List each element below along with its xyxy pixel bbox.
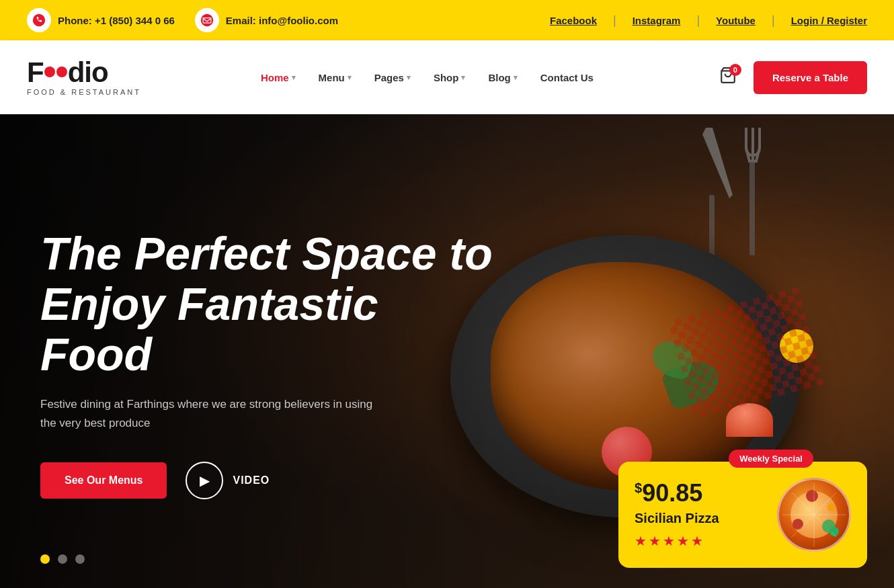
chevron-down-icon: ▾ bbox=[514, 73, 518, 82]
divider3: | bbox=[772, 13, 775, 28]
top-bar-right: Facebook | Instagram | Youtube | Login /… bbox=[550, 13, 867, 28]
email-info: Email: info@foolio.com bbox=[195, 8, 338, 32]
youtube-link[interactable]: Youtube bbox=[716, 15, 756, 26]
pizza-image bbox=[777, 478, 851, 552]
hero-section: The Perfect Space to Enjoy Fantastic Foo… bbox=[0, 114, 894, 588]
weekly-card-info: $90.85 Sicilian Pizza ★ ★ ★ ★ ★ bbox=[635, 481, 766, 549]
hero-content: The Perfect Space to Enjoy Fantastic Foo… bbox=[40, 228, 497, 499]
see-menus-button[interactable]: See Our Menus bbox=[40, 462, 167, 499]
login-register-link[interactable]: Login / Register bbox=[791, 15, 867, 26]
chevron-down-icon: ▾ bbox=[292, 73, 296, 82]
divider1: | bbox=[613, 13, 616, 28]
chevron-down-icon: ▾ bbox=[461, 73, 465, 82]
play-icon: ▶ bbox=[186, 462, 223, 499]
weekly-item-name: Sicilian Pizza bbox=[635, 511, 766, 526]
top-bar: Phone: +1 (850) 344 0 66 Email: info@foo… bbox=[0, 0, 894, 40]
navbar: Fdio FOOD & RESTAURANT Home ▾ Menu ▾ Pag… bbox=[0, 40, 894, 114]
hero-dots bbox=[40, 554, 85, 564]
hero-buttons: See Our Menus ▶ VIDEO bbox=[40, 462, 497, 499]
nav-pages[interactable]: Pages ▾ bbox=[365, 67, 420, 89]
star-rating: ★ ★ ★ ★ ★ bbox=[635, 533, 766, 549]
logo-text: Fdio bbox=[27, 58, 108, 87]
hero-title: The Perfect Space to Enjoy Fantastic Foo… bbox=[40, 228, 497, 379]
phone-label: Phone: +1 (850) 344 0 66 bbox=[58, 15, 175, 26]
instagram-link[interactable]: Instagram bbox=[633, 15, 681, 26]
weekly-special-badge: Weekly Special bbox=[729, 450, 813, 468]
logo-subtitle: FOOD & RESTAURANT bbox=[27, 88, 141, 96]
cart-button[interactable]: 0 bbox=[713, 62, 743, 92]
chevron-down-icon: ▾ bbox=[348, 73, 352, 82]
nav-blog[interactable]: Blog ▾ bbox=[479, 67, 526, 89]
nav-links: Home ▾ Menu ▾ Pages ▾ Shop ▾ Blog ▾ Cont… bbox=[251, 67, 603, 89]
star-5: ★ bbox=[691, 533, 703, 549]
video-button[interactable]: ▶ VIDEO bbox=[186, 462, 270, 499]
email-label: Email: info@foolio.com bbox=[226, 15, 338, 26]
nav-menu[interactable]: Menu ▾ bbox=[309, 67, 361, 89]
nav-contact[interactable]: Contact Us bbox=[531, 67, 603, 89]
email-icon bbox=[195, 8, 219, 32]
price-currency: $ bbox=[635, 480, 642, 495]
nav-home[interactable]: Home ▾ bbox=[251, 67, 305, 89]
divider2: | bbox=[696, 13, 700, 28]
svg-point-0 bbox=[33, 14, 45, 26]
hero-subtitle: Festive dining at Farthings where we are… bbox=[40, 395, 376, 431]
logo: Fdio FOOD & RESTAURANT bbox=[27, 58, 141, 96]
nav-shop[interactable]: Shop ▾ bbox=[424, 67, 475, 89]
weekly-special-card: Weekly Special $90.85 Sicilian Pizza ★ ★… bbox=[618, 462, 867, 568]
chevron-down-icon: ▾ bbox=[407, 73, 411, 82]
video-label: VIDEO bbox=[233, 474, 270, 487]
star-4: ★ bbox=[677, 533, 689, 549]
star-2: ★ bbox=[649, 533, 661, 549]
reserve-table-button[interactable]: Reserve a Table bbox=[754, 61, 867, 94]
cart-badge: 0 bbox=[729, 64, 741, 76]
nav-right: 0 Reserve a Table bbox=[713, 61, 867, 94]
slide-dot-2[interactable] bbox=[58, 554, 67, 564]
top-bar-left: Phone: +1 (850) 344 0 66 Email: info@foo… bbox=[27, 8, 338, 32]
slide-dot-3[interactable] bbox=[75, 554, 85, 564]
weekly-price: $90.85 bbox=[635, 481, 766, 505]
slide-dot-1[interactable] bbox=[40, 554, 50, 564]
phone-icon bbox=[27, 8, 51, 32]
star-3: ★ bbox=[663, 533, 675, 549]
phone-info: Phone: +1 (850) 344 0 66 bbox=[27, 8, 175, 32]
facebook-link[interactable]: Facebook bbox=[550, 15, 597, 26]
star-1: ★ bbox=[635, 533, 647, 549]
